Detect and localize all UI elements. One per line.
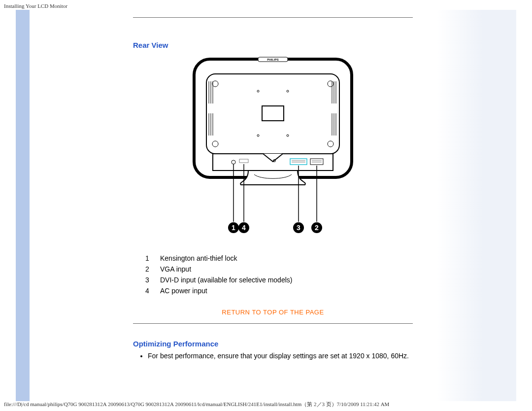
optimizing-body: For best performance, ensure that your d… (30, 352, 432, 360)
callout-2-icon: 2 (311, 222, 322, 233)
brand-label: PHILIPS (267, 58, 278, 61)
optimizing-bullet: For best performance, ensure that your d… (148, 352, 413, 360)
callout-4-icon: 4 (238, 222, 249, 233)
legend-num: 3 (145, 274, 160, 285)
section-rear-view: Rear View PHILIPS (30, 25, 432, 316)
callout-1-icon: 1 (228, 222, 239, 233)
svg-rect-12 (262, 106, 284, 121)
legend-text: AC power input (160, 285, 297, 296)
right-margin-stripe (432, 10, 516, 401)
svg-rect-32 (310, 159, 323, 165)
svg-point-26 (232, 160, 235, 164)
legend-row: 4 AC power input (145, 285, 297, 296)
main-column: Rear View PHILIPS (30, 10, 432, 401)
legend-row: 1 Kensington anti-thief lock (145, 253, 297, 264)
return-to-top-link[interactable]: RETURN TO TOP OF THE PAGE (133, 308, 413, 316)
legend-num: 4 (145, 285, 160, 296)
svg-rect-29 (290, 159, 307, 165)
left-sidebar-stripe (16, 10, 30, 401)
svg-text:1: 1 (232, 224, 235, 232)
legend-text: VGA input (160, 264, 297, 274)
legend-num: 1 (145, 253, 160, 264)
rear-view-legend: 1 Kensington anti-thief lock 2 VGA input… (145, 253, 297, 296)
monitor-rear-diagram: PHILIPS (133, 54, 413, 243)
svg-text:2: 2 (315, 224, 319, 232)
document-title: Installing Your LCD Monitor (4, 3, 67, 9)
legend-row: 3 DVI-D input (available for selective m… (145, 274, 297, 285)
callout-3-icon: 3 (293, 222, 304, 233)
rear-view-heading: Rear View (133, 41, 413, 49)
legend-num: 2 (145, 264, 160, 274)
footer-file-path: file:///D|/cd manual/philips/Q70G 900281… (4, 401, 389, 408)
legend-text: DVI-D input (available for selective mod… (160, 274, 297, 285)
divider-top (133, 17, 413, 18)
content-area: Rear View PHILIPS (16, 10, 516, 401)
svg-text:3: 3 (297, 224, 300, 232)
legend-row: 2 VGA input (145, 264, 297, 274)
section-optimizing-performance: Optimizing Performance (30, 331, 432, 348)
legend-text: Kensington anti-thief lock (160, 253, 297, 264)
optimizing-heading: Optimizing Performance (133, 340, 413, 348)
svg-rect-27 (239, 159, 248, 163)
svg-text:4: 4 (242, 224, 246, 232)
divider-mid (133, 323, 413, 324)
